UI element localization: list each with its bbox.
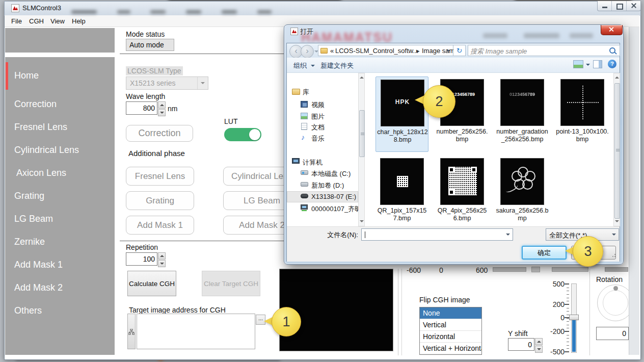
repetition-stepper[interactable] xyxy=(158,252,166,268)
tree-scrollbar[interactable] xyxy=(358,73,365,226)
sidebar-item-axicon-lens[interactable]: Axicon Lens xyxy=(16,168,66,180)
views-icon[interactable] xyxy=(573,60,583,68)
menu-help[interactable]: Help xyxy=(70,17,88,25)
address-dropdown-chevron-icon[interactable] xyxy=(446,50,450,52)
flip-option-vertical[interactable]: Vertical xyxy=(420,319,481,331)
scrollbar-thumb[interactable] xyxy=(359,110,365,157)
filename-input[interactable] xyxy=(361,228,513,241)
add-mask-1-button[interactable]: Add Mask 1 xyxy=(126,216,194,235)
file-name: point-13_100x100.bmp xyxy=(556,128,609,143)
stepper-down[interactable] xyxy=(158,260,166,267)
search-box[interactable] xyxy=(468,45,620,56)
file-item[interactable]: point-13_100x100.bmp xyxy=(556,76,609,152)
tree-item-label: 音乐 xyxy=(311,134,325,143)
sidebar-item-cylindrical-lens[interactable]: Cylindrical Lens xyxy=(14,145,79,157)
preview-pane-icon[interactable] xyxy=(593,60,602,68)
sidebar-item-add-mask-2[interactable]: Add Mask 2 xyxy=(14,282,63,295)
menu-file[interactable]: File xyxy=(9,17,24,25)
close-button[interactable] xyxy=(627,1,640,11)
new-folder-button[interactable]: 新建文件夹 xyxy=(320,61,354,70)
organize-menu[interactable]: 组织 xyxy=(293,61,307,70)
fresnel-lens-button[interactable]: Fresnel Lens xyxy=(126,167,194,186)
flip-option-none[interactable]: None xyxy=(420,307,481,319)
file-item[interactable]: QR_4pix_256x256.bmp xyxy=(436,156,489,231)
thumb-text: 0123456789 xyxy=(501,92,544,97)
resize-grip[interactable] xyxy=(612,256,613,257)
breadcrumb-separator-icon: ▸ xyxy=(416,47,420,55)
target-address-side-button[interactable] xyxy=(127,314,136,349)
ok-button[interactable]: 确定 xyxy=(522,246,567,260)
lcos-type-value: X15213 series xyxy=(130,79,176,87)
y-shift-input[interactable]: 0 xyxy=(508,338,534,351)
tree-item-label: 计算机 xyxy=(303,158,323,167)
flip-option-horizontal[interactable]: Horizontal xyxy=(420,331,481,343)
rotation-input[interactable]: 0 xyxy=(596,327,629,340)
sidebar-item-zernike[interactable]: Zernike xyxy=(14,237,45,249)
divider xyxy=(120,54,284,54)
tree-item-label: 新加卷 (D:) xyxy=(311,181,344,190)
scroll-down-icon[interactable] xyxy=(360,220,364,222)
file-item[interactable]: 0123456789 number_gradation_256x256.bmp xyxy=(496,76,549,152)
wave-length-stepper[interactable] xyxy=(158,101,166,117)
grating-button[interactable]: Grating xyxy=(126,191,194,210)
maximize-button[interactable] xyxy=(612,1,626,11)
lcos-type-dropdown[interactable]: X15213 series xyxy=(126,76,208,90)
file-item[interactable]: QR_1pix_157x157.bmp xyxy=(375,156,428,231)
y-shift-slider-handle[interactable] xyxy=(569,315,579,320)
tree-item-network-pc[interactable]: 000000107_齐昕 xyxy=(301,204,359,214)
minimize-icon xyxy=(602,7,607,8)
stepper-up[interactable] xyxy=(535,338,543,345)
lut-toggle[interactable] xyxy=(224,128,261,141)
stepper-down[interactable] xyxy=(535,346,543,353)
refresh-button[interactable]: ↻ xyxy=(453,45,466,56)
stepper-up[interactable] xyxy=(158,252,166,260)
filename-dropdown-chevron-icon[interactable] xyxy=(506,234,510,236)
rotation-knob-marker[interactable] xyxy=(613,286,618,291)
app-icon xyxy=(11,4,19,12)
sidebar-item-correction[interactable]: Correction xyxy=(14,99,57,111)
search-input[interactable] xyxy=(469,46,609,56)
sidebar-item-lg-beam[interactable]: LG Beam xyxy=(14,214,53,226)
y-shift-label: Y shift xyxy=(508,329,528,338)
active-item-indicator xyxy=(6,62,8,90)
views-chevron-icon[interactable] xyxy=(586,64,590,66)
stepper-down[interactable] xyxy=(158,109,166,116)
minimize-button[interactable] xyxy=(598,1,612,11)
scrollbar-thumb[interactable] xyxy=(614,83,620,219)
sidebar-item-others[interactable]: Others xyxy=(14,305,42,318)
file-item[interactable]: sakura_256x256.bmp xyxy=(496,156,549,231)
scroll-up-icon[interactable] xyxy=(360,76,364,79)
scroll-down-icon[interactable] xyxy=(615,220,619,222)
target-image-address-input[interactable] xyxy=(137,314,255,349)
y-shift-stepper[interactable] xyxy=(535,338,543,353)
file-thumbnail-point xyxy=(560,79,604,126)
divider xyxy=(589,269,590,355)
breadcrumb-folder[interactable]: LCOS-SLM_Control_softw... xyxy=(335,47,418,55)
scroll-up-icon[interactable] xyxy=(615,76,619,79)
calculate-cgh-button[interactable]: Calculate CGH xyxy=(127,271,176,296)
correction-button[interactable]: Correction xyxy=(126,125,193,142)
file-item-selected[interactable]: HPK char_hpk_128x128.bmp xyxy=(375,76,428,152)
sidebar-item-add-mask-1[interactable]: Add Mask 1 xyxy=(14,260,63,272)
wave-length-input[interactable]: 800 xyxy=(126,101,157,115)
help-icon[interactable]: ? xyxy=(608,60,616,68)
slider-tick-label: -500 xyxy=(546,348,565,356)
stepper-up[interactable] xyxy=(158,101,166,109)
dialog-close-button[interactable] xyxy=(601,25,623,35)
menu-cgh[interactable]: CGH xyxy=(27,17,46,25)
tree-item-label: 本地磁盘 (C:) xyxy=(311,169,351,178)
sidebar-item-fresnel-lens[interactable]: Fresnel Lens xyxy=(14,122,67,134)
address-bar[interactable]: « LCOS-SLM_Control_softw... ▸ Image samp… xyxy=(318,45,453,56)
rotation-label: Rotation xyxy=(596,275,623,283)
file-thumbnail-number-gradation: 0123456789 xyxy=(500,79,544,126)
divider xyxy=(398,269,398,355)
repetition-input[interactable]: 100 xyxy=(126,252,157,266)
menu-view[interactable]: View xyxy=(48,17,67,25)
clear-target-cgh-button[interactable]: Clear Target CGH xyxy=(202,271,260,296)
flip-option-vertical-horizontal[interactable]: Vertical + Horizontal xyxy=(420,343,481,354)
sidebar-item-home[interactable]: Home xyxy=(14,70,39,83)
sidebar-item-grating[interactable]: Grating xyxy=(14,191,44,203)
forward-button[interactable]: › xyxy=(301,45,314,58)
file-list-scrollbar[interactable] xyxy=(613,73,620,226)
mode-status-value: Auto mode xyxy=(126,39,174,51)
